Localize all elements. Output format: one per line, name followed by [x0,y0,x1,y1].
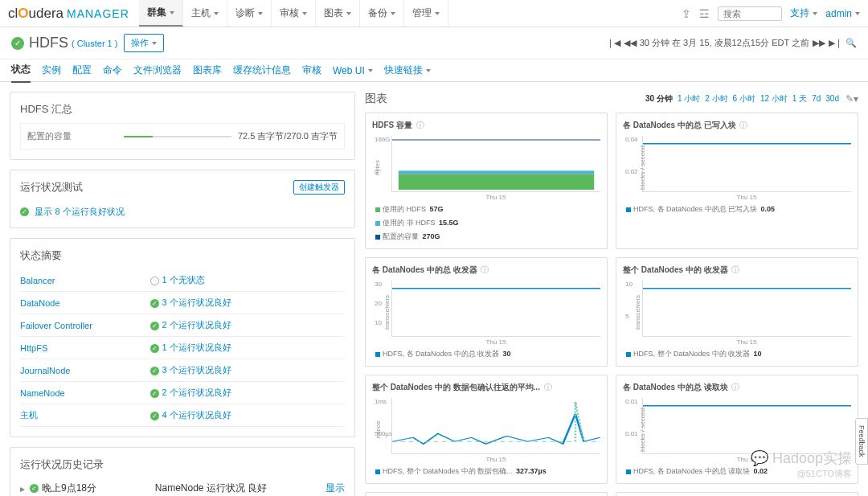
time-range-7[interactable]: 30d [825,94,839,103]
info-icon[interactable]: ⓘ [739,121,747,129]
nav-item-2[interactable]: 诊断 [227,0,272,27]
subnav-item-1[interactable]: 实例 [42,59,61,82]
y-axis-label: transceivers [383,294,391,329]
info-icon[interactable]: ⓘ [731,265,739,274]
subnav-item-6[interactable]: 缓存统计信息 [233,59,291,82]
role-link[interactable]: DataNode [20,298,60,308]
status-link[interactable]: 2 个运行状况良好 [162,320,231,330]
capacity-box: 配置的容量 72.5 吉字节/270.0 吉字节 [20,123,345,150]
time-range-0[interactable]: 30 分钟 [645,94,673,103]
nav-item-0[interactable]: 群集 [139,0,183,27]
time-range-6[interactable]: 7d [812,94,821,103]
chart-panel-6: 整个 DataNodes 中的 发送网络阻止数据包的... ⓘnanos500µ… [365,492,608,496]
nav-item-4[interactable]: 图表 [316,0,360,27]
role-link[interactable]: NameNode [20,388,65,398]
chart-panel-1: 各 DataNodes 中的总 已写入块 ⓘblocks / second0.0… [616,113,858,249]
subnav-item-4[interactable]: 文件浏览器 [133,59,182,82]
summary-title: HDFS 汇总 [20,102,345,117]
chart-grid: HDFS 容量 ⓘbytes186G0Thu 15使用的 HDFS 57G使用的… [365,113,858,496]
nav-item-5[interactable]: 备份 [360,0,404,27]
chart-area[interactable]: blocks / second0.040.02 [642,136,851,192]
cluster-link[interactable]: ( Cluster 1 ) [72,39,117,48]
chart-panel-0: HDFS 容量 ⓘbytes186G0Thu 15使用的 HDFS 57G使用的… [365,113,608,249]
chart-area[interactable]: blocks / second0.010.01 [642,398,851,454]
legend-item: 使用的 非 HDFS 15.5G [375,218,600,228]
ok-icon: ✓ [150,299,159,308]
chart-panel-2: 各 DataNodes 中的总 收发器 ⓘtransceivers302010T… [365,257,608,367]
subnav-item-2[interactable]: 配置 [72,59,92,82]
time-range-links: 30 分钟1 小时2 小时6 小时12 小时1 天7d30d [641,93,839,105]
nav-right: ⇪ ☲ 支持 admin [682,6,860,21]
subnav-item-9[interactable]: 快速链接 [384,59,431,82]
status-row: Failover Controller✓2 个运行状况良好 [20,314,345,337]
history-row: ▸ ✓ 晚上9点18分 NameNode 运行状况 良好 显示 [20,478,345,496]
create-trigger-button[interactable]: 创建触发器 [293,180,345,195]
role-link[interactable]: 主机 [20,410,38,420]
status-link[interactable]: 2 个运行状况良好 [162,387,231,397]
user-menu[interactable]: admin [825,8,860,19]
chart-area[interactable]: bytes186G0 [391,136,600,192]
subnav-item-5[interactable]: 图表库 [193,59,222,82]
time-range-2[interactable]: 2 小时 [705,94,727,103]
rewind-icon[interactable]: ◀◀ [624,38,637,48]
x-axis-label: Thu 15 [391,338,600,346]
legend-item: HDFS, 整个 DataNodes 中的 数据包确... 327.37µs [375,466,600,477]
legend-item: 使用的 HDFS 57G [375,204,600,215]
nav-tabs: 群集主机诊断审核图表备份管理 [139,0,448,27]
feedback-tab[interactable]: Feedback [855,418,868,465]
info-icon[interactable]: ⓘ [544,383,552,391]
health-title: 运行状况测试 [20,181,83,193]
search-input[interactable] [718,6,782,21]
status-link[interactable]: 1 个运行状况良好 [162,342,231,352]
parcels-icon[interactable]: ⇪ [682,7,691,20]
alerts-icon[interactable]: ☲ [699,7,710,20]
info-icon[interactable]: ⓘ [481,265,489,274]
chart-area[interactable]: nanos1ms500µs [391,398,600,454]
time-range-3[interactable]: 6 小时 [733,94,755,103]
nav-item-3[interactable]: 审核 [272,0,316,27]
ok-icon: ✓ [20,207,29,216]
status-link[interactable]: 3 个运行状况良好 [162,365,231,375]
rewind-start-icon[interactable]: ❘◀ [607,38,620,48]
x-axis-label: Thu 15 [642,194,851,201]
right-column: 图表 30 分钟1 小时2 小时6 小时12 小时1 天7d30d ✎▾ HDF… [365,92,858,496]
subnav-item-0[interactable]: 状态 [11,58,31,83]
health-show-link[interactable]: 显示 8 个运行良好状况 [35,207,124,216]
history-show-link[interactable]: 显示 [326,482,345,495]
status-link[interactable]: 1 个无状态 [162,275,205,285]
time-range-4[interactable]: 12 小时 [760,94,788,103]
edit-layout-icon[interactable]: ✎▾ [845,93,858,105]
forward-end-icon[interactable]: ▶❘ [829,38,842,48]
chart-area[interactable]: transceivers105 [642,281,851,337]
time-range-5[interactable]: 1 天 [792,94,807,103]
expand-icon[interactable]: ▸ [20,483,25,494]
info-icon[interactable]: ⓘ [731,383,739,391]
subnav-item-3[interactable]: 命令 [103,59,122,82]
summary-panel: HDFS 汇总 配置的容量 72.5 吉字节/270.0 吉字节 [10,92,355,160]
time-range-1[interactable]: 1 小时 [678,94,700,103]
chart-title: HDFS 容量 ⓘ [372,120,600,131]
status-link[interactable]: 4 个运行状况良好 [162,410,231,420]
ok-icon: ✓ [150,389,159,398]
forward-icon[interactable]: ▶▶ [813,38,825,48]
role-link[interactable]: Balancer [20,276,55,285]
info-icon[interactable]: ⓘ [416,121,424,129]
actions-button[interactable]: 操作 [124,34,164,52]
history-desc: NameNode 运行状况 良好 [96,482,326,495]
role-link[interactable]: HttpFS [20,343,47,353]
chart-area[interactable]: transceivers302010 [391,281,600,337]
zoom-out-icon[interactable]: 🔍 [845,38,857,48]
chart-title: 各 DataNodes 中的总 已写入块 ⓘ [623,120,851,131]
support-link[interactable]: 支持 [790,6,817,20]
subnav-item-8[interactable]: Web UI [333,60,373,81]
subnav-item-7[interactable]: 审核 [302,59,321,82]
nav-item-6[interactable]: 管理 [404,0,448,27]
brand-logo[interactable]: clOudera MANAGER [8,6,129,22]
status-link[interactable]: 3 个运行状况良好 [162,297,231,307]
chart-title: 整个 DataNodes 中的 数据包确认往返的平均... ⓘ [372,382,600,393]
nav-item-1[interactable]: 主机 [183,0,227,27]
history-time: 晚上9点18分 [42,482,96,495]
brand-manager: MANAGER [67,7,129,20]
role-link[interactable]: Failover Controller [20,321,92,330]
role-link[interactable]: JournalNode [20,366,70,375]
